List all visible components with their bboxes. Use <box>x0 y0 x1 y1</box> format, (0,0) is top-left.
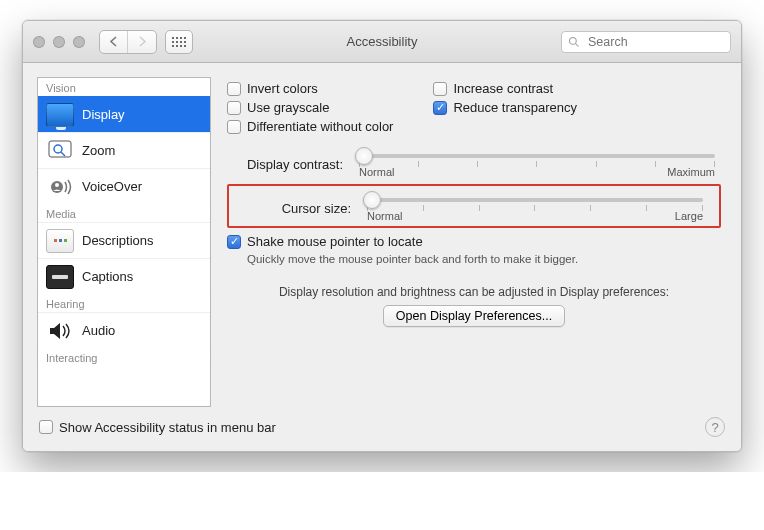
nav-back-forward <box>99 30 157 54</box>
group-interacting: Interacting <box>38 348 210 366</box>
slider-cursor-size: Cursor size: Normal Large <box>235 192 709 224</box>
forward-button[interactable] <box>128 31 156 53</box>
sidebar-item-label: Zoom <box>82 143 115 158</box>
help-button[interactable]: ? <box>705 417 725 437</box>
group-vision: Vision <box>38 78 210 96</box>
sidebar-item-audio[interactable]: Audio <box>38 312 210 348</box>
display-contrast-slider[interactable]: Normal Maximum <box>353 148 721 180</box>
captions-icon <box>46 265 74 289</box>
sidebar-item-display[interactable]: Display <box>38 96 210 132</box>
slider-label: Cursor size: <box>235 201 355 216</box>
zoom-icon <box>46 139 74 163</box>
search-icon <box>568 36 580 48</box>
svg-point-0 <box>570 37 577 44</box>
descriptions-icon <box>46 229 74 253</box>
sidebar-item-voiceover[interactable]: VoiceOver <box>38 168 210 204</box>
sidebar-item-zoom[interactable]: Zoom <box>38 132 210 168</box>
checkbox-label: Use grayscale <box>247 100 329 115</box>
voiceover-icon <box>46 175 74 199</box>
slider-thumb[interactable] <box>355 147 373 165</box>
sidebar-item-descriptions[interactable]: Descriptions <box>38 222 210 258</box>
checkbox-label: Shake mouse pointer to locate <box>247 234 423 249</box>
checkbox-shake-pointer[interactable]: Shake mouse pointer to locate <box>227 234 721 249</box>
grid-icon <box>172 37 186 47</box>
display-note-text: Display resolution and brightness can be… <box>227 285 721 299</box>
checkbox-label: Differentiate without color <box>247 119 393 134</box>
footer-bar: Show Accessibility status in menu bar ? <box>23 407 741 451</box>
checkbox-label: Increase contrast <box>453 81 553 96</box>
sidebar-item-label: Descriptions <box>82 233 154 248</box>
titlebar: Accessibility <box>23 21 741 63</box>
checkbox-label: Reduce transparency <box>453 100 577 115</box>
checkbox-differentiate-without-color[interactable]: Differentiate without color <box>227 119 393 134</box>
group-hearing: Hearing <box>38 294 210 312</box>
display-note: Display resolution and brightness can be… <box>227 285 721 327</box>
checkbox-reduce-transparency[interactable]: Reduce transparency <box>433 100 577 115</box>
checkbox-invert-colors[interactable]: Invert colors <box>227 81 393 96</box>
slider-label: Display contrast: <box>227 157 347 172</box>
slider-max-label: Large <box>675 210 703 222</box>
svg-line-1 <box>576 43 579 46</box>
sidebar-item-label: Captions <box>82 269 133 284</box>
zoom-window-button[interactable] <box>73 36 85 48</box>
back-button[interactable] <box>100 31 128 53</box>
group-media: Media <box>38 204 210 222</box>
display-icon <box>46 103 74 127</box>
open-display-preferences-button[interactable]: Open Display Preferences... <box>383 305 565 327</box>
slider-display-contrast: Display contrast: Normal Maximum <box>227 148 721 180</box>
content-area: Vision Display Zoom VoiceOver Media <box>23 63 741 407</box>
slider-min-label: Normal <box>367 210 402 222</box>
cursor-size-highlight: Cursor size: Normal Large <box>227 184 721 228</box>
sidebar-item-label: VoiceOver <box>82 179 142 194</box>
checkbox-show-menubar-status[interactable]: Show Accessibility status in menu bar <box>39 420 276 435</box>
minimize-window-button[interactable] <box>53 36 65 48</box>
settings-panel: Invert colors Use grayscale Differentiat… <box>225 77 727 407</box>
search-input[interactable] <box>586 34 724 50</box>
category-sidebar: Vision Display Zoom VoiceOver Media <box>37 77 211 407</box>
close-window-button[interactable] <box>33 36 45 48</box>
slider-thumb[interactable] <box>363 191 381 209</box>
preferences-window: Accessibility Vision Display Zoom <box>22 20 742 452</box>
slider-min-label: Normal <box>359 166 394 178</box>
cursor-size-slider[interactable]: Normal Large <box>361 192 709 224</box>
sidebar-item-captions[interactable]: Captions <box>38 258 210 294</box>
search-field[interactable] <box>561 31 731 53</box>
svg-point-6 <box>55 183 59 187</box>
checkbox-use-grayscale[interactable]: Use grayscale <box>227 100 393 115</box>
window-controls <box>33 36 85 48</box>
checkbox-label: Invert colors <box>247 81 318 96</box>
checkbox-increase-contrast[interactable]: Increase contrast <box>433 81 577 96</box>
sidebar-item-label: Display <box>82 107 125 122</box>
slider-max-label: Maximum <box>667 166 715 178</box>
sidebar-item-label: Audio <box>82 323 115 338</box>
shake-pointer-description: Quickly move the mouse pointer back and … <box>247 253 721 265</box>
checkbox-label: Show Accessibility status in menu bar <box>59 420 276 435</box>
audio-icon <box>46 319 74 343</box>
show-all-button[interactable] <box>165 30 193 54</box>
svg-rect-2 <box>49 141 71 157</box>
